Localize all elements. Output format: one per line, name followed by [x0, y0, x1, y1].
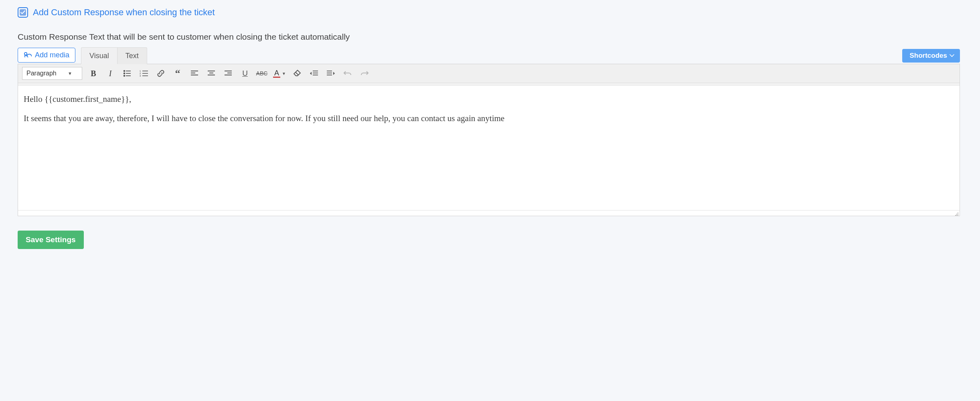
- strikethrough-button[interactable]: ABC: [256, 67, 267, 79]
- shortcodes-button[interactable]: Shortcodes: [902, 49, 960, 63]
- bold-button[interactable]: B: [88, 67, 99, 79]
- italic-button[interactable]: I: [105, 67, 116, 79]
- content-line-2: It seems that you are away, therefore, I…: [24, 112, 954, 124]
- italic-icon: I: [109, 69, 112, 78]
- bulleted-list-icon: [123, 70, 131, 77]
- underline-button[interactable]: U: [239, 67, 251, 79]
- add-media-label: Add media: [35, 51, 69, 59]
- outdent-button[interactable]: [308, 67, 320, 79]
- align-left-icon: [190, 70, 198, 77]
- bold-icon: B: [91, 69, 96, 78]
- text-color-icon: A: [273, 69, 280, 78]
- block-format-value: Paragraph: [26, 70, 57, 77]
- redo-icon: [360, 70, 369, 77]
- media-icon: [24, 52, 32, 59]
- svg-point-32: [958, 214, 958, 215]
- shortcodes-label: Shortcodes: [909, 52, 947, 60]
- svg-point-0: [24, 52, 27, 55]
- link-button[interactable]: [155, 67, 166, 79]
- rich-text-editor: Paragraph ▼ B I 1 2 3: [18, 64, 960, 216]
- editor-content-area[interactable]: Hello {{customer.first_name}}, It seems …: [18, 86, 960, 210]
- add-media-button[interactable]: Add media: [18, 48, 75, 63]
- redo-button[interactable]: [359, 67, 370, 79]
- link-icon: [157, 69, 165, 77]
- add-custom-response-checkbox[interactable]: [18, 7, 28, 18]
- align-left-button[interactable]: [189, 67, 200, 79]
- numbered-list-icon: 1 2 3: [140, 70, 148, 77]
- undo-icon: [343, 70, 352, 77]
- align-center-button[interactable]: [206, 67, 217, 79]
- save-settings-button[interactable]: Save Settings: [18, 231, 84, 249]
- svg-point-31: [956, 214, 957, 215]
- content-line-1: Hello {{customer.first_name}},: [24, 93, 954, 105]
- chevron-down-icon: [950, 54, 954, 57]
- section-description: Custom Response Text that will be sent t…: [18, 32, 960, 42]
- svg-point-33: [955, 215, 956, 216]
- clear-formatting-button[interactable]: [292, 67, 303, 79]
- underline-icon: U: [242, 69, 248, 78]
- block-format-select[interactable]: Paragraph ▼: [22, 67, 82, 80]
- tab-text[interactable]: Text: [117, 47, 147, 64]
- svg-point-3: [124, 73, 125, 74]
- eraser-icon: [293, 70, 301, 77]
- indent-icon: [326, 70, 335, 77]
- svg-point-34: [956, 215, 957, 216]
- blockquote-button[interactable]: “: [172, 67, 183, 79]
- resize-handle[interactable]: [18, 210, 960, 216]
- strikethrough-icon: ABC: [256, 70, 268, 77]
- svg-point-5: [124, 75, 125, 77]
- add-custom-response-label: Add Custom Response when closing the tic…: [33, 7, 215, 18]
- bulleted-list-button[interactable]: [121, 67, 133, 79]
- align-center-icon: [207, 70, 215, 77]
- text-color-button[interactable]: A ▼: [273, 69, 286, 78]
- undo-button[interactable]: [342, 67, 353, 79]
- resize-grip-icon: [954, 211, 959, 216]
- dropdown-caret-icon: ▼: [68, 71, 72, 76]
- svg-point-35: [958, 215, 958, 216]
- svg-text:3: 3: [140, 75, 141, 77]
- outdent-icon: [310, 70, 318, 77]
- blockquote-icon: “: [175, 70, 180, 77]
- numbered-list-button[interactable]: 1 2 3: [138, 67, 150, 79]
- align-right-button[interactable]: [223, 67, 234, 79]
- svg-line-23: [296, 72, 298, 75]
- svg-point-30: [958, 213, 958, 213]
- align-right-icon: [224, 70, 232, 77]
- dropdown-caret-icon: ▼: [282, 71, 286, 76]
- editor-toolbar: Paragraph ▼ B I 1 2 3: [18, 64, 960, 83]
- tab-visual[interactable]: Visual: [81, 47, 117, 64]
- indent-button[interactable]: [325, 67, 336, 79]
- svg-point-1: [124, 71, 125, 72]
